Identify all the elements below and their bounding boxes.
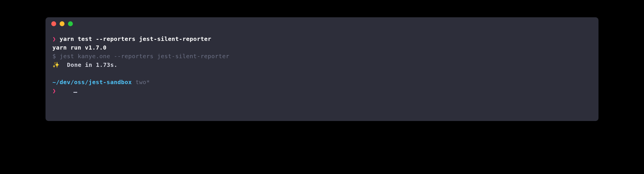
jest-command-line: $ jest kanye.one --reporters jest-silent… [52, 52, 592, 60]
command-text: yarn test --reporters jest-silent-report… [60, 35, 211, 42]
jest-cmd-prefix: $ [52, 53, 60, 60]
prompt-line: ❯ [52, 86, 592, 95]
cursor-icon [73, 92, 77, 93]
terminal-window: ❯ yarn test --reporters jest-silent-repo… [46, 17, 598, 121]
done-text: Done in 1.73s. [60, 61, 118, 68]
yarn-version-line: yarn run v1.7.0 [52, 43, 592, 52]
jest-cmd-text: jest kanye.one --reporters jest-silent-r… [60, 53, 229, 60]
yarn-version-text: yarn run v1.7.0 [52, 44, 107, 51]
done-line: ✨ Done in 1.73s. [52, 60, 592, 69]
cwd-line: ~/dev/oss/jest-sandbox two* [52, 78, 592, 86]
cwd-path: ~/dev/oss/jest-sandbox [52, 79, 132, 86]
terminal-body[interactable]: ❯ yarn test --reporters jest-silent-repo… [46, 30, 598, 107]
blank-line [52, 69, 592, 78]
command-line: ❯ yarn test --reporters jest-silent-repo… [52, 35, 592, 43]
command-text [56, 35, 60, 42]
titlebar [46, 17, 598, 30]
prompt-chevron-icon: ❯ [52, 87, 56, 94]
maximize-icon[interactable] [68, 21, 73, 26]
close-icon[interactable] [51, 21, 56, 26]
minimize-icon[interactable] [60, 21, 65, 26]
sparkle-icon: ✨ [52, 61, 60, 68]
prompt-chevron-icon: ❯ [52, 35, 56, 42]
git-branch: two* [132, 79, 150, 86]
